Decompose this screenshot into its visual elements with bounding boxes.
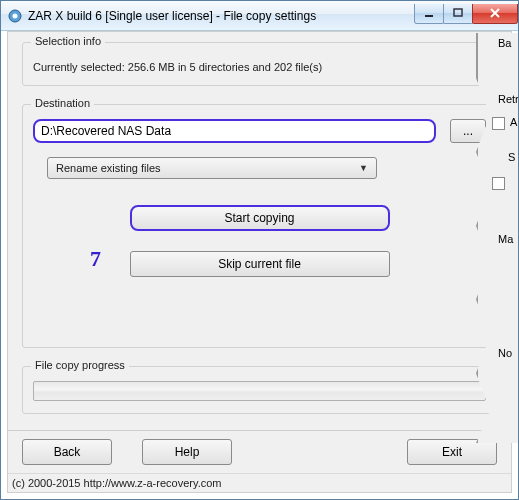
sidebar-label-no: No	[498, 347, 512, 359]
conflict-mode-dropdown[interactable]: Rename existing files ▼	[47, 157, 377, 179]
destination-path-input[interactable]	[33, 119, 436, 143]
window-controls	[415, 4, 518, 24]
help-button[interactable]: Help	[142, 439, 232, 465]
back-button[interactable]: Back	[22, 439, 112, 465]
close-button[interactable]	[472, 4, 518, 24]
progress-group: File copy progress	[22, 366, 497, 414]
svg-rect-3	[454, 9, 462, 16]
svg-point-1	[13, 13, 18, 18]
titlebar[interactable]: ZAR X build 6 [Single user license] - Fi…	[1, 1, 518, 31]
copyright-text: (c) 2000-2015 http://www.z-a-recovery.co…	[8, 473, 511, 492]
chevron-down-icon: ▼	[359, 163, 368, 173]
progress-legend: File copy progress	[31, 359, 129, 371]
footer: Back Help Exit	[8, 430, 511, 473]
selection-summary: Currently selected: 256.6 MB in 5 direct…	[33, 61, 486, 73]
conflict-mode-selected: Rename existing files	[56, 162, 161, 174]
app-icon	[7, 8, 23, 24]
sidebar-label-backup: Ba	[498, 37, 511, 49]
sidebar-label-ma: Ma	[498, 233, 513, 245]
client-area: 6 7 Selection info Currently selected: 2…	[7, 31, 512, 493]
skip-current-file-button[interactable]: Skip current file	[130, 251, 390, 277]
sidebar-label-a: A	[510, 116, 517, 128]
main-content: 6 7 Selection info Currently selected: 2…	[8, 32, 511, 430]
window-frame: ZAR X build 6 [Single user license] - Fi…	[0, 0, 519, 500]
window-title: ZAR X build 6 [Single user license] - Fi…	[28, 9, 415, 23]
cutoff-sidebar: Ba Retr A S Ma No	[476, 33, 518, 443]
sidebar-label-retry: Retr	[498, 93, 519, 105]
start-copying-button[interactable]: Start copying	[130, 205, 390, 231]
progress-bar	[33, 381, 486, 401]
sidebar-checkbox-a[interactable]	[492, 117, 505, 130]
destination-legend: Destination	[31, 97, 94, 109]
selection-info-group: Selection info Currently selected: 256.6…	[22, 42, 497, 86]
sidebar-checkbox-2[interactable]	[492, 177, 505, 190]
maximize-button[interactable]	[443, 4, 473, 24]
minimize-button[interactable]	[414, 4, 444, 24]
selection-info-legend: Selection info	[31, 35, 105, 47]
browse-button[interactable]: ...	[450, 119, 486, 143]
destination-group: Destination ... Rename existing files ▼ …	[22, 104, 497, 348]
sidebar-label-s: S	[508, 151, 515, 163]
